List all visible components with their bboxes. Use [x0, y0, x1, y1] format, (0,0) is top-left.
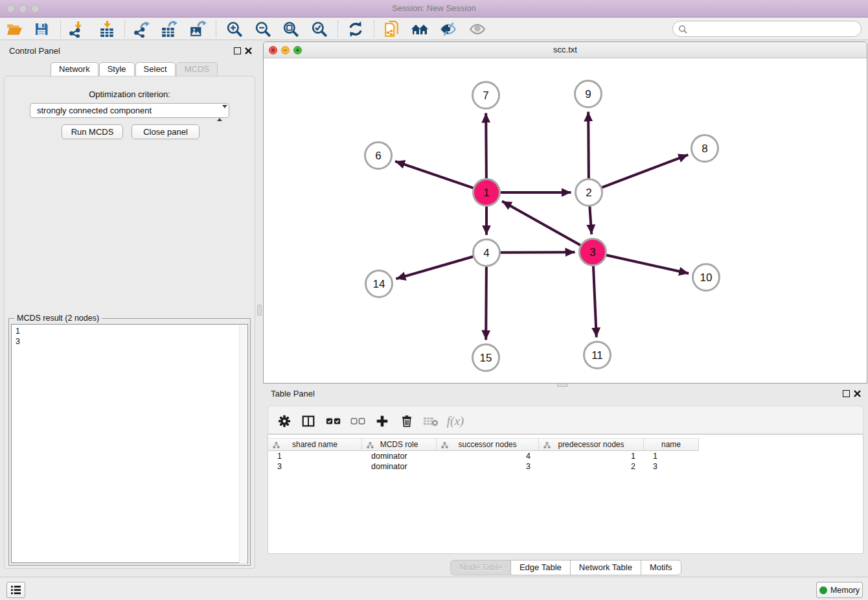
export-image-button[interactable] — [188, 20, 207, 38]
edge-4-15[interactable] — [486, 266, 486, 340]
node-label: 2 — [586, 187, 591, 199]
table-deselect-all-button[interactable] — [350, 413, 367, 430]
zoom-out-icon — [255, 21, 271, 38]
tab-mcds[interactable]: MCDS — [176, 62, 218, 76]
mcds-result-textarea[interactable]: 13 — [11, 324, 248, 563]
import-network-button[interactable] — [67, 20, 86, 38]
close-panel-button[interactable]: Close panel — [131, 124, 200, 139]
table-panel-float-button[interactable] — [843, 390, 850, 397]
node-14[interactable]: 14 — [366, 271, 393, 297]
zoom-in-button[interactable] — [225, 20, 244, 38]
edge-2-8[interactable] — [602, 155, 688, 188]
node-10[interactable]: 10 — [693, 264, 720, 291]
column-header-MCDS-role[interactable]: MCDS role — [362, 438, 437, 451]
memory-button[interactable]: Memory — [816, 582, 863, 598]
attribute-tree-icon — [441, 442, 448, 449]
table-cell[interactable]: 2 — [539, 461, 644, 472]
zoom-fit-button[interactable] — [282, 20, 300, 38]
table-settings-button[interactable] — [276, 413, 293, 430]
table-cell[interactable]: dominator — [362, 461, 437, 472]
result-scrollbar[interactable] — [239, 325, 247, 563]
node-8[interactable]: 8 — [692, 135, 718, 162]
open-session-button[interactable] — [5, 20, 23, 38]
table-add-row-button[interactable] — [374, 413, 391, 430]
tab-network-table[interactable]: Network Table — [570, 560, 641, 575]
table-delete-table-button[interactable] — [422, 413, 439, 430]
column-header-name[interactable]: name — [644, 438, 699, 451]
edge-2-9[interactable] — [588, 111, 589, 178]
table-select-all-button[interactable] — [325, 413, 342, 430]
tab-node-table[interactable]: Node Table — [450, 560, 511, 575]
toggle-visibility-button[interactable] — [439, 20, 457, 38]
network-close-button[interactable]: × — [269, 46, 277, 54]
node-15[interactable]: 15 — [473, 345, 499, 371]
edge-4-3[interactable] — [500, 252, 575, 253]
node-2[interactable]: 2 — [576, 179, 602, 206]
select-all-icon — [326, 414, 341, 428]
network-minimize-button[interactable]: − — [281, 46, 290, 54]
tab-edge-table[interactable]: Edge Table — [510, 560, 571, 575]
edge-3-10[interactable] — [606, 255, 689, 273]
table-cell[interactable]: dominator — [362, 451, 437, 461]
edge-3-11[interactable] — [593, 266, 597, 337]
node-4[interactable]: 4 — [474, 240, 500, 266]
table-columns-button[interactable] — [300, 413, 317, 430]
import-table-button[interactable] — [98, 20, 116, 38]
tab-style[interactable]: Style — [99, 62, 135, 76]
home-view-button[interactable] — [411, 20, 429, 38]
control-panel-close-button[interactable] — [245, 47, 252, 54]
export-network-button[interactable] — [132, 20, 150, 38]
table-panel-close-button[interactable] — [854, 390, 861, 397]
network-maximize-button[interactable]: + — [293, 46, 302, 54]
tab-select[interactable]: Select — [135, 62, 176, 76]
edge-2-3[interactable] — [589, 206, 591, 234]
column-header-shared-name[interactable]: shared name — [268, 438, 362, 451]
export-table-button[interactable] — [160, 20, 178, 38]
node-7[interactable]: 7 — [473, 82, 499, 109]
window-titlebar: Session: New Session — [0, 0, 868, 17]
table-cell[interactable]: 3 — [437, 461, 539, 472]
duplicate-network-button[interactable] — [383, 20, 401, 38]
table-row[interactable]: 1dominator411 — [268, 451, 863, 461]
network-canvas-svg[interactable]: 7968124314101511 — [264, 58, 867, 384]
table-cell[interactable]: 1 — [268, 451, 362, 461]
table-function-builder-button[interactable]: f(x) — [447, 413, 464, 430]
refresh-view-button[interactable] — [347, 20, 365, 38]
table-cell[interactable]: 4 — [437, 451, 539, 461]
edge-3-1[interactable] — [502, 201, 580, 245]
table-row[interactable]: 3dominator323 — [268, 461, 863, 472]
save-session-button[interactable] — [32, 20, 51, 38]
node-9[interactable]: 9 — [575, 81, 602, 108]
table-delete-rows-button[interactable] — [398, 413, 415, 430]
window-zoom-button[interactable] — [31, 5, 40, 13]
criterion-select[interactable]: strongly connected component — [30, 103, 229, 118]
search-input[interactable] — [690, 23, 856, 35]
table-cell[interactable]: 3 — [644, 461, 699, 472]
tab-motifs[interactable]: Motifs — [641, 560, 681, 575]
edge-1-6[interactable] — [395, 161, 474, 188]
window-close-button[interactable] — [6, 5, 15, 13]
node-1[interactable]: 1 — [474, 179, 500, 206]
tab-network[interactable]: Network — [51, 62, 98, 76]
task-history-button[interactable] — [6, 582, 25, 598]
edge-1-7[interactable] — [486, 113, 486, 178]
table-cell[interactable]: 1 — [644, 451, 699, 461]
table-cell[interactable]: 3 — [268, 461, 362, 472]
table-cell[interactable]: 1 — [539, 451, 644, 461]
zoom-out-button[interactable] — [254, 20, 272, 38]
table-tabs: Node TableEdge TableNetwork TableMotifs — [263, 560, 868, 575]
column-header-successor-nodes[interactable]: successor nodes — [437, 438, 539, 451]
node-11[interactable]: 11 — [584, 342, 611, 369]
column-header-predecessor-nodes[interactable]: predecessor nodes — [539, 438, 644, 451]
run-mcds-button[interactable]: Run MCDS — [62, 124, 123, 139]
control-panel-float-button[interactable] — [234, 47, 241, 54]
home-icon — [411, 21, 429, 38]
node-3[interactable]: 3 — [580, 239, 606, 266]
window-minimize-button[interactable] — [19, 5, 27, 13]
eye-disabled-button[interactable] — [468, 20, 486, 38]
panel-divider-handle[interactable] — [257, 305, 262, 316]
edge-4-14[interactable] — [396, 257, 473, 279]
node-6[interactable]: 6 — [365, 143, 392, 169]
toolbar-separator — [124, 21, 125, 38]
zoom-selected-button[interactable] — [310, 20, 328, 38]
